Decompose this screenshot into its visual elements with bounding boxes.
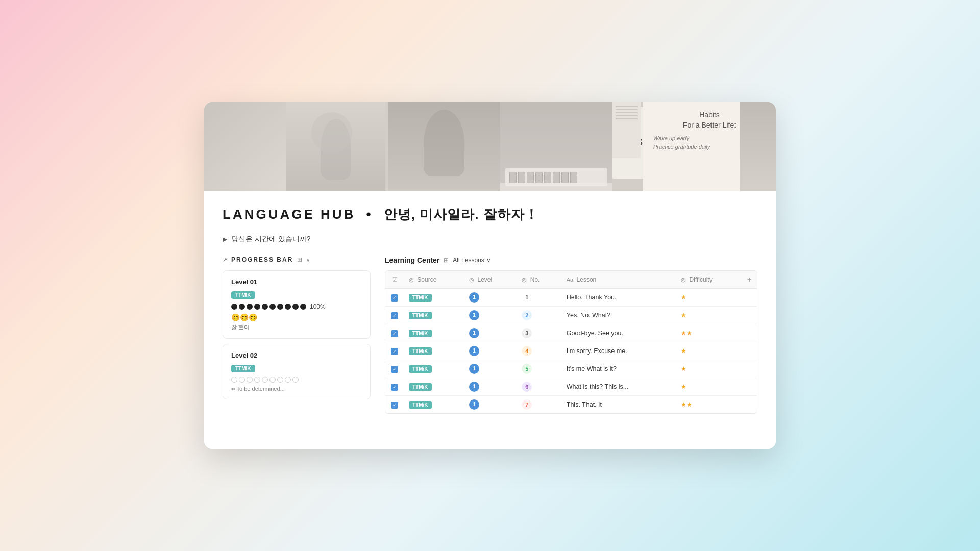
level-badge: 1 <box>469 346 479 356</box>
level-02-title: Level 02 <box>231 352 362 359</box>
piano-key <box>527 172 534 183</box>
piano-key <box>535 172 543 183</box>
content-grid: ↗ PROGRESS BAR ⊞ ∨ Level 01 TTMIK <box>223 256 757 414</box>
row-checkbox-cell[interactable]: ✓ <box>385 396 404 414</box>
no-badge: 3 <box>522 328 532 338</box>
row-no: 7 <box>517 396 561 414</box>
checkbox-checked-icon: ✓ <box>391 384 398 391</box>
source-tag: TTMiK <box>409 312 432 319</box>
checkbox-checked-icon: ✓ <box>391 294 398 302</box>
dot-filled <box>277 304 283 310</box>
lesson-col-icon: Aa <box>567 277 573 283</box>
app-window: See The Good. HabitsFor a Better Life: W… <box>204 102 776 449</box>
difficulty-stars: ★★ <box>681 401 692 408</box>
row-checkbox-cell[interactable]: ✓ <box>385 342 404 360</box>
title-korean: 안녕, 미사일라. 잘하자！ <box>384 207 538 222</box>
row-no: 1 <box>517 289 561 307</box>
table-row: ✓ TTMiK 1 6 What is this? This is... ★ <box>385 378 757 396</box>
level-02-card: Level 02 TTMIK •• To be determined... <box>223 344 371 399</box>
filter-chevron-icon: ∨ <box>486 257 491 264</box>
row-checkbox-cell[interactable]: ✓ <box>385 289 404 307</box>
all-lessons-filter[interactable]: All Lessons ∨ <box>453 257 491 264</box>
difficulty-stars: ★★ <box>681 330 692 337</box>
page-title: LANGUAGE HUB • 안녕, 미사일라. 잘하자！ <box>223 206 757 223</box>
row-checkbox-cell[interactable]: ✓ <box>385 324 404 342</box>
row-level: 1 <box>464 289 517 307</box>
row-no: 3 <box>517 324 561 342</box>
level-col-icon: ◎ <box>469 277 474 283</box>
dot-filled <box>254 304 260 310</box>
level-01-note: 잘 했어 <box>231 323 362 331</box>
dot-empty <box>270 377 276 383</box>
filter-label: All Lessons <box>453 257 484 264</box>
row-source: TTMiK <box>404 360 464 378</box>
level-01-tag: TTMIK <box>231 291 255 299</box>
dot-filled <box>285 304 291 310</box>
title-text: LANGUAGE HUB <box>223 207 355 222</box>
th-no: ◎ No. <box>517 271 561 289</box>
level-badge: 1 <box>469 292 479 303</box>
dot-empty <box>231 377 237 383</box>
row-difficulty: ★ <box>676 342 742 360</box>
source-tag: TTMiK <box>409 330 432 337</box>
checkbox-checked-icon: ✓ <box>391 366 398 373</box>
row-lesson: Good-bye. See you. <box>561 324 676 342</box>
banner-photo-1 <box>286 102 385 191</box>
th-source: ◎ Source <box>404 271 464 289</box>
level-01-card: Level 01 TTMIK 100% <box>223 270 371 339</box>
no-col-icon: ◎ <box>522 277 527 283</box>
learning-center-header: Learning Center ⊞ All Lessons ∨ <box>385 256 757 264</box>
level-02-note: •• To be determined... <box>231 386 362 392</box>
dot-filled <box>270 304 276 310</box>
row-checkbox-cell[interactable]: ✓ <box>385 360 404 378</box>
learning-table-icon: ⊞ <box>444 257 449 264</box>
difficulty-stars: ★ <box>681 365 687 372</box>
piano-key <box>561 172 569 183</box>
title-dot: • <box>366 207 373 222</box>
table-row: ✓ TTMiK 1 3 Good-bye. See you. ★★ <box>385 324 757 342</box>
toggle-row[interactable]: ▶ 당신은 시간에 있습니까? <box>223 235 757 244</box>
lessons-table-container: ☑ ◎ Source ◎ Level <box>385 270 757 414</box>
header-checkbox-icon: ☑ <box>392 276 398 283</box>
row-difficulty: ★ <box>676 378 742 396</box>
banner-photo-right <box>740 102 776 191</box>
th-add-column[interactable]: + <box>742 271 757 289</box>
th-source-label: Source <box>417 276 436 283</box>
row-lesson: It's me What is it? <box>561 360 676 378</box>
dot-filled <box>247 304 253 310</box>
table-header-row: ☑ ◎ Source ◎ Level <box>385 271 757 289</box>
dot-empty <box>285 377 291 383</box>
row-lesson: What is this? This is... <box>561 378 676 396</box>
banner-notebook <box>612 102 641 158</box>
level-02-tag: TTMIK <box>231 365 255 372</box>
checkbox-checked-icon: ✓ <box>391 330 398 337</box>
level-01-percent: 100% <box>310 303 326 310</box>
row-level: 1 <box>464 342 517 360</box>
notebook-line <box>616 112 638 113</box>
th-checkbox: ☑ <box>385 271 404 289</box>
checkbox-checked-icon: ✓ <box>391 348 398 355</box>
notebook-line <box>616 118 638 119</box>
dot-empty <box>292 377 299 383</box>
dot-empty <box>247 377 253 383</box>
row-checkbox-cell[interactable]: ✓ <box>385 307 404 324</box>
row-difficulty: ★ <box>676 307 742 324</box>
main-content: LANGUAGE HUB • 안녕, 미사일라. 잘하자！ ▶ 당신은 시간에 … <box>204 191 776 449</box>
learning-section: Learning Center ⊞ All Lessons ∨ ☑ <box>385 256 757 414</box>
row-checkbox-cell[interactable]: ✓ <box>385 378 404 396</box>
toggle-label: 당신은 시간에 있습니까? <box>231 235 311 244</box>
difficulty-stars: ★ <box>681 383 687 390</box>
no-badge: 4 <box>522 346 532 356</box>
level-01-title: Level 01 <box>231 278 362 286</box>
row-source: TTMiK <box>404 324 464 342</box>
toggle-arrow-icon: ▶ <box>223 236 227 243</box>
dot-filled <box>300 304 306 310</box>
row-lesson: Yes. No. What? <box>561 307 676 324</box>
checkbox-checked-icon: ✓ <box>391 402 398 409</box>
row-source: TTMiK <box>404 289 464 307</box>
row-no: 2 <box>517 307 561 324</box>
row-difficulty: ★★ <box>676 396 742 414</box>
row-level: 1 <box>464 324 517 342</box>
table-row: ✓ TTMiK 1 2 Yes. No. What? ★ <box>385 307 757 324</box>
difficulty-stars: ★ <box>681 312 687 319</box>
